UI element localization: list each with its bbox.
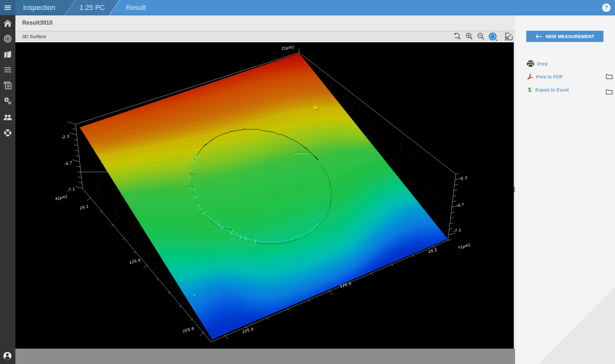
svg-text:X: X (528, 87, 532, 93)
